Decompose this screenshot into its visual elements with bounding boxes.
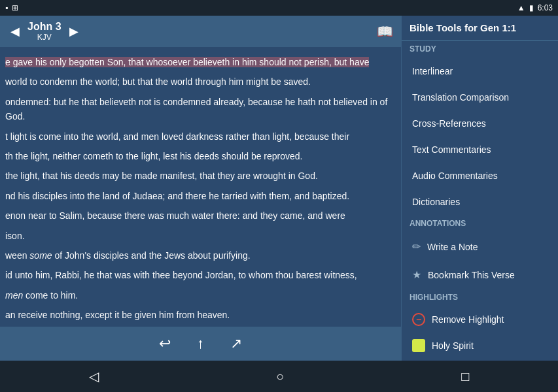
highlight-holy-spirit[interactable]: Holy Spirit [402, 333, 558, 359]
verse-line-3: ondemned: but he that believeth not is c… [5, 95, 396, 124]
bible-nav: ◀ John 3 KJV ▶ [8, 21, 81, 42]
android-back-button[interactable]: ◁ [89, 368, 99, 384]
bible-panel: ◀ John 3 KJV ▶ 📖 e gave his only begotte… [0, 16, 401, 361]
menu-item-write-note[interactable]: ✏ Write a Note [402, 233, 558, 261]
cross-references-label: Cross-References [412, 118, 486, 129]
status-bar: ▪ ⊞ ▲ ▮ 6:03 [0, 0, 558, 16]
menu-item-bookmark[interactable]: ★ Bookmark This Verse [402, 261, 558, 289]
verse-line-6: the light, that his deeds may be made ma… [5, 169, 396, 183]
menu-item-translation-comparison[interactable]: Translation Comparison [402, 84, 558, 110]
verse-line-10: ween some of John's disciples and the Je… [5, 248, 396, 263]
remove-highlight-label: Remove Highlight [432, 314, 504, 325]
next-chapter-button[interactable]: ▶ [67, 22, 81, 41]
bible-header: ◀ John 3 KJV ▶ 📖 [0, 16, 401, 47]
android-home-button[interactable]: ○ [276, 369, 284, 384]
verse-line-5: th the light, neither cometh to the ligh… [5, 149, 396, 163]
scroll-top-button[interactable]: ↑ [197, 335, 204, 352]
menu-item-text-commentaries[interactable]: Text Commentaries [402, 137, 558, 163]
menu-item-dictionaries[interactable]: Dictionaries [402, 189, 558, 215]
verse-line-1: e gave his only begotten Son, that whoso… [5, 55, 396, 69]
verse-line-9: ison. [5, 229, 396, 243]
verse-text-1: e gave his only begotten Son, that whoso… [5, 57, 369, 67]
remove-highlight-button[interactable]: − Remove Highlight [402, 306, 558, 333]
right-panel: Bible Tools for Gen 1:1 Study Interlinea… [401, 16, 558, 361]
text-commentaries-label: Text Commentaries [412, 144, 491, 155]
book-title: John 3 KJV [27, 21, 61, 42]
right-panel-title: Bible Tools for Gen 1:1 [402, 16, 558, 41]
battery-icon: ▮ [529, 3, 534, 12]
bible-toolbar: ↩ ↑ ↗ [0, 327, 401, 361]
wifi-icon: ⊞ [12, 3, 18, 12]
bookmark-icon: ★ [412, 269, 421, 281]
verse-line-8: enon near to Salim, because there was mu… [5, 208, 396, 223]
remove-highlight-icon: − [412, 313, 425, 326]
back-button[interactable]: ↩ [159, 335, 171, 352]
android-nav: ◁ ○ □ [0, 361, 558, 392]
translation-comparison-label: Translation Comparison [412, 92, 509, 103]
annotations-section-label: Annotations [402, 215, 558, 230]
verse-line-11b: men come to him. [5, 288, 396, 302]
app-icon: ▪ [5, 3, 8, 12]
interlinear-label: Interlinear [412, 66, 453, 76]
android-recents-button[interactable]: □ [461, 369, 469, 384]
highlights-section-label: Highlights [402, 289, 558, 304]
verse-line-11: id unto him, Rabbi, he that was with the… [5, 268, 396, 282]
status-right-icons: ▲ ▮ 6:03 [517, 3, 553, 12]
study-section-label: Study [402, 41, 558, 56]
verse-line-12: an receive nothing, except it be given h… [5, 308, 396, 322]
book-menu-icon[interactable]: 📖 [377, 24, 393, 39]
book-name: John 3 [27, 21, 61, 33]
write-note-icon: ✏ [412, 240, 421, 253]
verse-line-4: t light is come into the world, and men … [5, 129, 396, 144]
write-note-label: Write a Note [427, 242, 478, 252]
audio-commentaries-label: Audio Commentaries [412, 171, 498, 181]
share-button[interactable]: ↗ [230, 335, 242, 352]
status-left-icons: ▪ ⊞ [5, 3, 18, 12]
menu-item-cross-references[interactable]: Cross-References [402, 110, 558, 137]
signal-icon: ▲ [517, 3, 525, 12]
holy-spirit-swatch [412, 339, 425, 352]
holy-spirit-label: Holy Spirit [432, 340, 474, 351]
bible-text-area: e gave his only begotten Son, that whoso… [0, 47, 401, 327]
menu-item-audio-commentaries[interactable]: Audio Commentaries [402, 163, 558, 189]
bookmark-label: Bookmark This Verse [428, 270, 515, 280]
time-display: 6:03 [538, 3, 553, 12]
verse-line-7: nd his disciples into the land of Judaea… [5, 189, 396, 203]
version-label: KJV [27, 33, 61, 42]
menu-item-interlinear[interactable]: Interlinear [402, 58, 558, 84]
dictionaries-label: Dictionaries [412, 197, 460, 207]
verse-line-2: world to condemn the world; but that the… [5, 74, 396, 89]
prev-chapter-button[interactable]: ◀ [8, 22, 22, 41]
main-area: ◀ John 3 KJV ▶ 📖 e gave his only begotte… [0, 16, 558, 361]
